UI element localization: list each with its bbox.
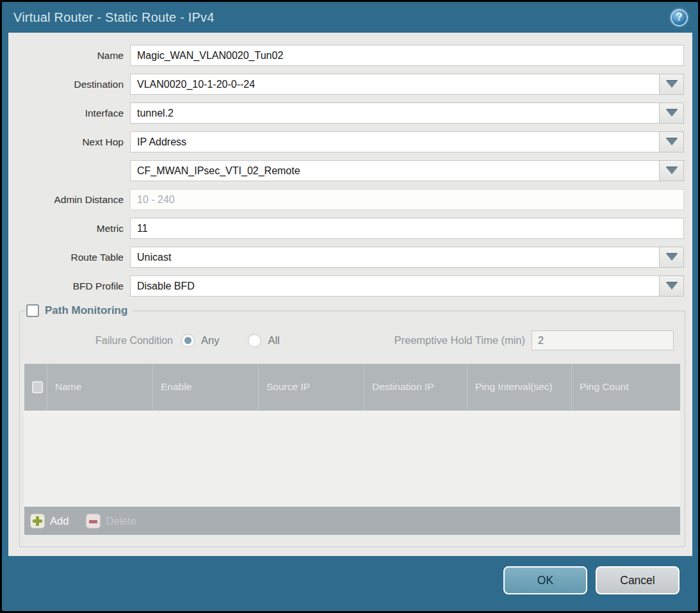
bfd-profile-input[interactable]: [130, 275, 660, 297]
interface-dropdown-button[interactable]: [659, 102, 684, 124]
form-row-name: Name: [8, 45, 684, 66]
column-header-source-ip: Source IP: [258, 364, 364, 411]
destination-input[interactable]: [130, 74, 660, 95]
column-header-destination-ip: Destination IP: [364, 364, 467, 411]
chevron-down-icon: [666, 282, 678, 290]
form-row-admin-distance: Admin Distance: [8, 189, 684, 210]
form-row-bfd-profile: BFD Profile: [8, 275, 684, 297]
preemptive-hold-time-input[interactable]: [532, 331, 674, 350]
form-row-interface: Interface: [8, 102, 684, 124]
path-monitoring-checkbox[interactable]: [26, 304, 39, 317]
form-row-metric: Metric: [8, 218, 684, 239]
delete-button-label: Delete: [106, 515, 136, 527]
path-monitoring-legend: Path Monitoring: [25, 304, 133, 317]
failure-condition-label: Failure Condition: [24, 335, 181, 347]
form-row-next-hop: Next Hop: [8, 131, 684, 152]
dialog-frame: Virtual Router - Static Route - IPv4 ? N…: [2, 2, 698, 611]
next-hop-address-label-spacer: [8, 160, 130, 181]
chevron-down-icon: [666, 138, 678, 145]
failure-condition-any-radio[interactable]: [181, 334, 195, 347]
failure-condition-all-radio[interactable]: [248, 334, 261, 347]
route-table-input[interactable]: [130, 247, 660, 268]
next-hop-address-input[interactable]: [130, 160, 660, 181]
chevron-down-icon: [666, 167, 678, 174]
minus-icon: [86, 514, 101, 528]
dialog-actions: OK Cancel: [503, 566, 680, 594]
next-hop-type-input[interactable]: [130, 131, 660, 152]
column-header-enable: Enable: [152, 364, 258, 411]
bfd-profile-label: BFD Profile: [8, 275, 130, 297]
dialog-title: Virtual Router - Static Route - IPv4: [13, 10, 215, 25]
ok-button[interactable]: OK: [503, 566, 587, 594]
add-button-label: Add: [50, 515, 69, 527]
add-button[interactable]: Add: [30, 514, 69, 528]
bfd-profile-dropdown-button[interactable]: [659, 275, 684, 297]
path-monitoring-section: Path Monitoring Failure Condition Any Al…: [19, 304, 685, 547]
preemptive-hold-time-label: Preemptive Hold Time (min): [395, 334, 532, 347]
next-hop-address-dropdown-button[interactable]: [659, 160, 684, 181]
table-body-empty: [24, 411, 680, 507]
name-label: Name: [8, 45, 130, 66]
path-monitoring-table: Name Enable Source IP Destination IP Pin…: [24, 364, 680, 535]
select-all-checkbox[interactable]: [32, 381, 43, 393]
interface-input[interactable]: [130, 102, 660, 124]
interface-label: Interface: [8, 102, 130, 124]
route-table-dropdown-button[interactable]: [659, 247, 684, 268]
form-row-route-table: Route Table: [8, 247, 684, 268]
admin-distance-input[interactable]: [130, 189, 684, 210]
dialog-content: Name Destination Interface Next Hop: [8, 33, 692, 556]
column-header-name: Name: [47, 364, 152, 411]
cancel-button[interactable]: Cancel: [596, 566, 680, 594]
metric-input[interactable]: [130, 218, 684, 239]
next-hop-label: Next Hop: [8, 131, 130, 152]
table-toolbar: Add Delete: [24, 507, 680, 535]
path-monitoring-title: Path Monitoring: [45, 304, 127, 317]
table-header-checkbox-cell: [24, 364, 47, 411]
name-input[interactable]: [130, 45, 684, 66]
failure-condition-all-label: All: [268, 334, 279, 347]
table-header-row: Name Enable Source IP Destination IP Pin…: [24, 364, 680, 411]
form-row-destination: Destination: [8, 74, 684, 95]
plus-icon: [30, 514, 45, 528]
static-route-form: Name Destination Interface Next Hop: [8, 33, 692, 297]
title-bar: Virtual Router - Static Route - IPv4 ?: [2, 2, 698, 33]
help-icon[interactable]: ?: [671, 9, 688, 26]
form-row-next-hop-address: [8, 160, 684, 181]
chevron-down-icon: [666, 254, 678, 261]
destination-label: Destination: [8, 74, 130, 95]
column-header-ping-count: Ping Count: [571, 364, 680, 411]
failure-condition-any-label: Any: [201, 334, 219, 347]
metric-label: Metric: [8, 218, 130, 239]
destination-dropdown-button[interactable]: [659, 74, 684, 95]
dialog-window: Virtual Router - Static Route - IPv4 ? N…: [0, 0, 700, 613]
column-header-ping-interval: Ping Interval(sec): [467, 364, 571, 411]
admin-distance-label: Admin Distance: [8, 189, 130, 210]
failure-condition-row: Failure Condition Any All Preemptive Hol…: [24, 330, 681, 351]
next-hop-type-dropdown-button[interactable]: [659, 131, 684, 152]
delete-button[interactable]: Delete: [86, 514, 136, 528]
route-table-label: Route Table: [8, 247, 130, 268]
chevron-down-icon: [666, 110, 678, 117]
chevron-down-icon: [666, 81, 678, 88]
